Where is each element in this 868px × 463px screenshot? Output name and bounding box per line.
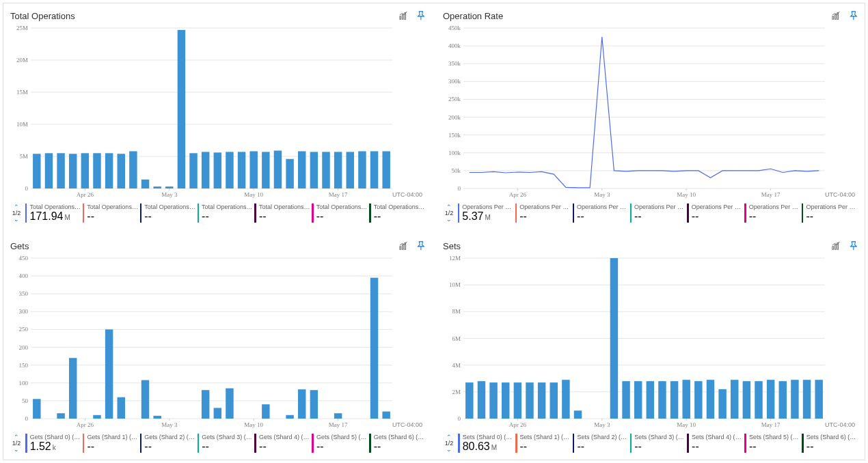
- pin-icon[interactable]: [848, 11, 858, 20]
- legend-item[interactable]: Gets (Shard 3) (Sum)--: [196, 434, 254, 453]
- svg-rect-38: [310, 152, 318, 188]
- legend-pager: ⌃1/2⌄: [443, 204, 455, 222]
- legend-item[interactable]: Total Operations (Sh…--: [81, 204, 139, 223]
- legend-item[interactable]: Operations Per Secon…--: [514, 204, 571, 223]
- legend-item[interactable]: Sets (Shard 5) (Sum)--: [743, 434, 800, 453]
- legend-item[interactable]: Operations Per Secon…--: [800, 204, 858, 223]
- svg-rect-112: [93, 415, 100, 419]
- legend-value: --: [87, 440, 138, 453]
- legend-color-swatch: [198, 434, 200, 453]
- pager-down-icon[interactable]: ⌄: [14, 216, 19, 222]
- legend-pager: ⌃1/2⌄: [443, 434, 455, 452]
- legend-label: Gets (Shard 5) (Sum): [316, 434, 368, 440]
- legend-item[interactable]: Gets (Shard 4) (Sum)--: [253, 434, 310, 453]
- svg-rect-174: [743, 381, 750, 419]
- legend-color-swatch: [802, 434, 804, 453]
- legend-label: Gets (Shard 1) (Sum): [87, 434, 138, 440]
- legend-item[interactable]: Sets (Shard 1) (Sum)--: [514, 434, 571, 453]
- pager-up-icon[interactable]: ⌃: [446, 204, 452, 210]
- legend-item[interactable]: Total Operations (Sh…--: [139, 204, 196, 223]
- legend-item[interactable]: Gets (Shard 1) (Sum)--: [81, 434, 139, 453]
- legend-label: Total Operations (Sh…: [29, 204, 81, 210]
- legend-label: Sets (Shard 3) (Sum): [634, 434, 686, 440]
- legend-item[interactable]: Sets (Shard 3) (Sum)--: [629, 434, 686, 453]
- legend-item[interactable]: Total Operations (Sh…--: [253, 204, 310, 223]
- legend-value: --: [202, 210, 253, 223]
- legend-color-swatch: [630, 204, 632, 223]
- pager-up-icon[interactable]: ⌃: [14, 204, 19, 210]
- svg-text:May 3: May 3: [161, 191, 178, 198]
- pager-up-icon[interactable]: ⌃: [14, 434, 19, 440]
- chart-area[interactable]: 050100150200250300350400450Apr 26May 3Ma…: [10, 255, 425, 430]
- legend-label: Operations Per Secon…: [519, 204, 571, 210]
- svg-text:Apr 26: Apr 26: [77, 191, 94, 198]
- svg-rect-15: [33, 154, 40, 188]
- legend-value: --: [519, 210, 571, 223]
- legend-item[interactable]: Total Operations (Sh…--: [310, 204, 368, 223]
- legend-value: --: [806, 440, 858, 453]
- legend-label: Sets (Shard 5) (Sum): [749, 434, 800, 440]
- legend-value: 80.63M: [463, 440, 514, 453]
- svg-rect-39: [322, 152, 329, 188]
- svg-rect-27: [178, 30, 185, 188]
- svg-rect-176: [767, 380, 774, 419]
- pager-down-icon[interactable]: ⌄: [446, 447, 452, 452]
- legend-item[interactable]: Sets (Shard 2) (Sum)--: [571, 434, 629, 453]
- legend-item[interactable]: Gets (Shard 6) (Sum)--: [368, 434, 425, 453]
- metrics-icon[interactable]: [399, 11, 409, 20]
- svg-rect-163: [610, 258, 618, 419]
- legend-item[interactable]: Gets (Shard 5) (Sum)--: [310, 434, 368, 453]
- svg-rect-121: [286, 415, 293, 419]
- svg-rect-154: [478, 381, 485, 419]
- legend-label: Total Operations (Sh…: [144, 204, 195, 210]
- svg-text:May 10: May 10: [677, 421, 696, 428]
- legend-item[interactable]: Operations Per Secon…5.37M: [457, 204, 514, 223]
- svg-rect-21: [105, 153, 113, 188]
- svg-rect-153: [465, 382, 473, 419]
- legend-row: ⌃1/2⌄Gets (Shard 0) (Sum)1.52kGets (Shar…: [10, 431, 425, 455]
- svg-rect-24: [141, 180, 149, 188]
- legend-item[interactable]: Operations Per Secon…--: [743, 204, 800, 223]
- svg-rect-160: [550, 382, 558, 419]
- legend-item[interactable]: Operations Per Secon…--: [629, 204, 686, 223]
- pager-up-icon[interactable]: ⌃: [446, 434, 452, 440]
- svg-text:2M: 2M: [452, 389, 461, 395]
- chart-area[interactable]: 02M4M6M8M10M12MApr 26May 3May 10May 17UT…: [443, 255, 858, 430]
- legend-color-swatch: [687, 434, 689, 453]
- pin-icon[interactable]: [416, 11, 425, 20]
- svg-text:May 10: May 10: [244, 421, 263, 428]
- legend-value: --: [144, 440, 195, 453]
- svg-text:20M: 20M: [16, 57, 28, 64]
- metrics-icon[interactable]: [832, 241, 841, 251]
- svg-rect-34: [262, 152, 269, 188]
- pin-icon[interactable]: [416, 241, 425, 251]
- metrics-icon[interactable]: [832, 11, 841, 20]
- panel-header: Operation Rate: [443, 9, 858, 23]
- svg-text:8M: 8M: [452, 308, 461, 315]
- legend-item[interactable]: Operations Per Secon…--: [686, 204, 743, 223]
- legend-item[interactable]: Gets (Shard 2) (Sum)--: [139, 434, 196, 453]
- chart-area[interactable]: 050k100k150k200k250k300k350k400k450kApr …: [443, 25, 858, 199]
- pager-down-icon[interactable]: ⌄: [446, 216, 452, 222]
- legend-label: Operations Per Secon…: [692, 204, 744, 210]
- legend-item[interactable]: Operations Per Secon…--: [571, 204, 629, 223]
- legend-item[interactable]: Sets (Shard 4) (Sum)--: [686, 434, 743, 453]
- legend-item[interactable]: Total Operations (Sh…--: [196, 204, 254, 223]
- metrics-icon[interactable]: [399, 241, 409, 251]
- legend-item[interactable]: Total Operations (Sh…--: [368, 204, 425, 223]
- svg-rect-28: [189, 153, 197, 188]
- svg-rect-171: [707, 380, 714, 419]
- legend-value: --: [374, 210, 425, 223]
- legend-item[interactable]: Sets (Shard 6) (Sum)--: [800, 434, 858, 453]
- panel-header: Total Operations: [10, 9, 425, 23]
- svg-rect-20: [93, 153, 100, 188]
- legend-item[interactable]: Gets (Shard 0) (Sum)1.52k: [24, 434, 81, 453]
- svg-text:May 3: May 3: [594, 191, 610, 198]
- chart-area[interactable]: 05M10M15M20M25MApr 26May 3May 10May 17UT…: [10, 25, 425, 199]
- panel-header: Sets: [443, 239, 858, 253]
- legend-item[interactable]: Sets (Shard 0) (Sum)80.63M: [457, 434, 514, 453]
- legend-color-swatch: [254, 434, 256, 453]
- legend-item[interactable]: Total Operations (Sh…171.94M: [24, 204, 81, 223]
- pin-icon[interactable]: [848, 241, 858, 251]
- pager-down-icon[interactable]: ⌄: [14, 447, 19, 452]
